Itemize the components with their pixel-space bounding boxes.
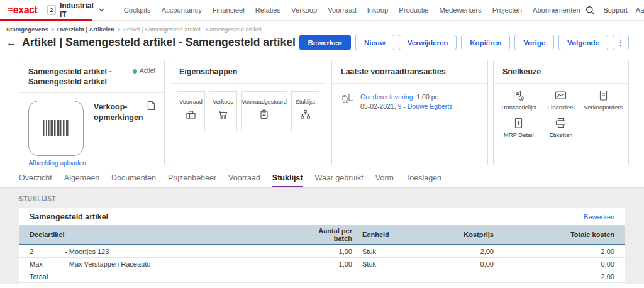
tab-toeslagen[interactable]: Toeslagen <box>406 174 441 187</box>
section-label: STUKLIJST <box>19 196 56 202</box>
tab-overzicht[interactable]: Overzicht <box>19 174 52 187</box>
sales-notes-label: Verkoop-opmerkingen <box>94 101 150 123</box>
delivery-date: 05-02-2021, <box>360 102 398 110</box>
search-icon[interactable] <box>586 6 595 15</box>
breadcrumb-item[interactable]: Overzicht | Artikelen <box>57 26 115 33</box>
table-card-title: Samengesteld artikel <box>30 213 108 221</box>
shortcut-label: Transactielijst <box>497 104 540 111</box>
nav-item-medewerkers[interactable]: Medewerkers <box>434 6 487 14</box>
cell-cost: 2,00 <box>426 245 499 258</box>
stuklijst-table-card: Samengesteld artikel Bewerken Deelartike… <box>19 208 625 288</box>
clipboard-check-icon <box>259 109 269 119</box>
header-buttons: BewerkenNieuwVerwijderenKopiërenVorigeVo… <box>299 35 629 50</box>
nav-item-financieel[interactable]: Financieel <box>207 6 250 14</box>
nav-item-accountancy[interactable]: Accountancy <box>156 6 207 14</box>
nav-item-verkoop[interactable]: Verkoop <box>286 6 323 14</box>
cell-total: 2,00 <box>499 245 625 258</box>
property-tile-verkoop[interactable]: Verkoop <box>209 91 237 131</box>
doc-clock-icon <box>497 90 540 101</box>
properties-card: Eigenschappen VoorraadVerkoopVoorraadges… <box>170 60 326 165</box>
tab-prijzenbeheer[interactable]: Prijzenbeheer <box>168 174 216 187</box>
nav-item-relaties[interactable]: Relaties <box>250 6 286 14</box>
division-count-badge: 2 <box>47 5 56 15</box>
property-tile-label: Voorraad <box>179 99 203 105</box>
page-title: Artikel | Samengesteld artikel - Samenge… <box>22 36 296 49</box>
shortcut-label: Financieel <box>540 104 582 111</box>
shortcut-etiketten[interactable]: Etiketten <box>540 118 582 138</box>
cell-cost: 0,00 <box>426 258 499 270</box>
tab-vorm[interactable]: Vorm <box>375 174 394 187</box>
cell-grand-total: 2,00 <box>499 270 625 283</box>
action-buttons: BewerkenNieuwVerwijderenKopiërenVorigeVo… <box>299 35 608 50</box>
dropdown-aanmaken[interactable]: Aanmaken <box>636 6 644 14</box>
cell-empty <box>60 270 294 283</box>
property-tile-stuklijst[interactable]: Stuklijst <box>291 91 319 131</box>
delivery-qty: : 1,00 pc <box>413 93 438 101</box>
back-arrow-icon[interactable]: ← <box>6 36 17 49</box>
tab-documenten[interactable]: Documenten <box>111 174 156 187</box>
shortcut-label: Etiketten <box>540 131 582 138</box>
doc-plus-icon <box>497 118 540 129</box>
verwijderen-button[interactable]: Verwijderen <box>399 35 457 50</box>
support-link[interactable]: Support <box>603 6 628 14</box>
property-tile-label: Stuklijst <box>296 99 315 105</box>
nav-item-abonnementen[interactable]: Abonnementen <box>527 6 586 14</box>
cell-description: - Moertjes 123 <box>60 245 294 258</box>
exact-logo: =exact <box>8 4 37 16</box>
edit-bom-link[interactable]: Bewerken <box>584 213 614 221</box>
shortcut-transactielijst[interactable]: Transactielijst <box>497 90 540 111</box>
stock-transactions-card: Laatste voorraadtransacties Goederenleve… <box>331 60 488 165</box>
upload-image-link[interactable]: Afbeelding uploaden <box>28 160 86 167</box>
nav-item-projecten[interactable]: Projecten <box>487 6 527 14</box>
cell-total: 0,00 <box>499 258 625 270</box>
topbar: =exact 2 Industrial IT CockpitsAccountan… <box>0 0 644 21</box>
kopieren-button[interactable]: Kopiëren <box>461 35 510 50</box>
status-badge: Actief <box>133 67 155 75</box>
breadcrumb-item[interactable]: Stamgegevens <box>6 26 48 33</box>
more-actions-button[interactable]: ⋮ <box>613 35 629 50</box>
breadcrumb: Stamgegevens>Overzicht | Artikelen>Artik… <box>0 21 644 33</box>
volgende-button[interactable]: Volgende <box>558 35 608 50</box>
property-tile-voorraadgestuurd[interactable]: Voorraadgestuurd <box>241 91 287 131</box>
account-link[interactable]: 9 - Douwe Egberts <box>398 102 453 110</box>
topbar-dropdowns: AanmakenActiviteitenDocumenten <box>636 6 644 14</box>
breadcrumb-item: Artikel | Samengesteld artikel - Samenge… <box>123 26 262 33</box>
property-tiles: VoorraadVerkoopVoorraadgestuurdStuklijst <box>170 84 326 139</box>
vorige-button[interactable]: Vorige <box>514 35 554 50</box>
tab-algemeen[interactable]: Algemeen <box>64 174 99 187</box>
nav-item-cockpits[interactable]: Cockpits <box>118 6 156 14</box>
nav-item-inkoop[interactable]: Inkoop <box>362 6 394 14</box>
cart-icon <box>218 109 228 119</box>
division-name: Industrial IT <box>60 1 95 19</box>
document-icon[interactable] <box>147 101 155 111</box>
shortcut-label: MRP Detail <box>497 131 540 138</box>
tab-stuklijst[interactable]: Stuklijst <box>272 174 303 187</box>
tab-voorraad[interactable]: Voorraad <box>228 174 260 187</box>
barcode-image <box>40 119 72 138</box>
chart-icon <box>540 90 582 101</box>
breadcrumb-separator: > <box>117 26 121 33</box>
stuklijst-section: STUKLIJST Samengesteld artikel Bewerken … <box>0 187 644 284</box>
division-selector[interactable]: 2 Industrial IT <box>47 1 104 19</box>
bewerken-button[interactable]: Bewerken <box>299 35 351 50</box>
nav-item-productie[interactable]: Productie <box>394 6 434 14</box>
property-tile-voorraad[interactable]: Voorraad <box>177 91 205 131</box>
package-icon <box>186 109 196 119</box>
nieuw-button[interactable]: Nieuw <box>355 35 394 50</box>
shortcut-financieel[interactable]: Financieel <box>540 90 582 111</box>
doc-lines-icon <box>582 90 625 101</box>
chevron-down-icon <box>99 8 104 12</box>
properties-card-title: Eigenschappen <box>179 67 237 77</box>
property-tile-label: Verkoop <box>213 99 233 105</box>
shortcut-mrp-detail[interactable]: MRP Detail <box>497 118 540 138</box>
goods-delivery-link[interactable]: Goederenlevering <box>360 93 413 101</box>
total-row: Totaal2,00 <box>19 270 625 283</box>
stock-transactions-title: Laatste voorraadtransacties <box>341 67 446 77</box>
cell-code: Max <box>19 258 60 270</box>
tab-waar-gebruikt[interactable]: Waar gebruikt <box>314 174 363 187</box>
shortcut-verkooporders[interactable]: Verkooporders <box>582 90 625 111</box>
column-header: Totale kosten <box>499 225 625 245</box>
page-header: ← Artikel | Samengesteld artikel - Samen… <box>0 33 644 50</box>
nav-item-voorraad[interactable]: Voorraad <box>323 6 362 14</box>
main-nav: CockpitsAccountancyFinancieelRelatiesVer… <box>118 6 586 14</box>
